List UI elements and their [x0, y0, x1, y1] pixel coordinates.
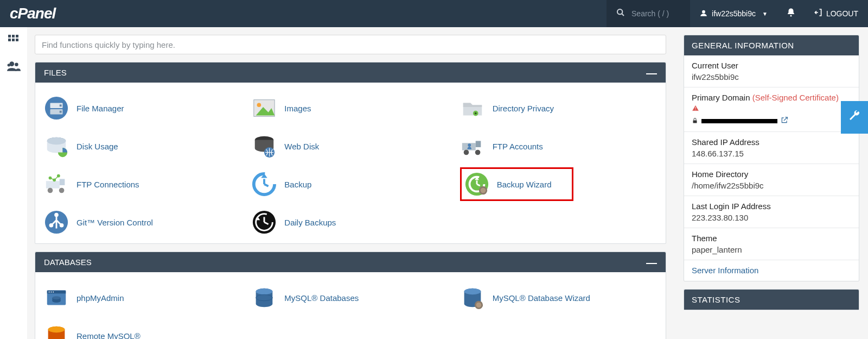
- app-label: Backup Wizard: [497, 180, 552, 189]
- collapse-icon[interactable]: —: [646, 70, 657, 76]
- phpmyadmin-icon: [44, 285, 69, 310]
- svg-point-22: [474, 112, 476, 115]
- backup-wizard-icon: [464, 172, 489, 197]
- caret-down-icon: ▼: [762, 11, 768, 17]
- app-label: FTP Connections: [76, 180, 139, 189]
- logout-icon: [814, 8, 823, 19]
- ftp-accounts-icon: [460, 134, 485, 159]
- remote-mysql-app[interactable]: Remote MySQL®: [44, 319, 241, 339]
- row-label: Primary Domain (Self-Signed Certificate): [692, 93, 851, 102]
- svg-rect-4: [8, 35, 11, 37]
- backup-wizard-app[interactable]: Backup Wizard: [460, 167, 573, 201]
- ftp-connections-app[interactable]: FTP Connections: [44, 167, 241, 201]
- domain-line[interactable]: [692, 116, 851, 126]
- svg-rect-33: [46, 181, 60, 188]
- brand-logo[interactable]: cPanel: [0, 5, 65, 22]
- files-panel-header[interactable]: FILES —: [35, 62, 666, 83]
- lock-icon: [692, 116, 698, 126]
- web-disk-app[interactable]: Web Disk: [252, 129, 449, 163]
- svg-point-36: [59, 188, 65, 193]
- search-icon: [616, 8, 625, 19]
- self-signed-warning: (Self-Signed Certificate): [752, 93, 839, 102]
- svg-rect-79: [693, 121, 697, 123]
- app-label: Remote MySQL®: [76, 331, 141, 340]
- logout-button[interactable]: LOGOUT: [805, 8, 868, 19]
- user-menu[interactable]: ifw22s5bbi9c ▼: [690, 9, 777, 18]
- svg-point-64: [49, 292, 50, 293]
- svg-rect-5: [12, 35, 15, 37]
- mysql-wizard-icon: [460, 285, 485, 310]
- svg-point-75: [476, 303, 481, 308]
- logout-label: LOGOUT: [826, 9, 858, 18]
- nav-search-input[interactable]: [631, 9, 680, 18]
- databases-panel-title: DATABASES: [44, 258, 92, 267]
- backup-app[interactable]: Backup: [252, 167, 449, 201]
- svg-point-32: [468, 143, 471, 147]
- disk-usage-icon: [44, 134, 69, 159]
- left-rail: [0, 27, 27, 339]
- svg-point-35: [48, 188, 53, 193]
- svg-point-2: [702, 10, 705, 13]
- files-panel-title: FILES: [44, 68, 67, 77]
- right-sidebar: GENERAL INFORMATION Current User ifw22s5…: [675, 27, 868, 339]
- file-manager-app[interactable]: File Manager: [44, 91, 241, 125]
- svg-point-68: [52, 296, 60, 299]
- server-info-link[interactable]: Server Information: [692, 266, 758, 275]
- directory-privacy-app[interactable]: Directory Privacy: [460, 91, 657, 125]
- svg-rect-17: [60, 111, 62, 113]
- home-rail-icon[interactable]: [7, 34, 20, 49]
- row-value: paper_lantern: [692, 245, 851, 254]
- svg-point-11: [15, 63, 18, 67]
- users-rail-icon[interactable]: [7, 59, 21, 76]
- collapse-icon[interactable]: —: [646, 260, 657, 265]
- customize-tab[interactable]: [841, 101, 868, 134]
- databases-panel-header[interactable]: DATABASES —: [35, 252, 666, 272]
- notifications-button[interactable]: [777, 8, 805, 20]
- ftp-accounts-app[interactable]: FTP Accounts: [460, 129, 657, 163]
- images-app[interactable]: Images: [252, 91, 449, 125]
- shared-ip-row: Shared IP Address 148.66.137.15: [684, 132, 859, 164]
- git-app[interactable]: Git™ Version Control: [44, 205, 241, 239]
- main-content: FILES — File Manager Images: [27, 27, 675, 339]
- top-navbar: cPanel ifw22s5bbi9c ▼ LOGOUT: [0, 0, 868, 27]
- row-label: Theme: [692, 234, 851, 243]
- server-info-row[interactable]: Server Information: [684, 260, 859, 281]
- statistics-panel: STATISTICS: [684, 289, 859, 310]
- svg-rect-29: [475, 141, 481, 147]
- row-label: Last Login IP Address: [692, 202, 851, 211]
- git-icon: [44, 210, 69, 235]
- svg-point-0: [617, 9, 622, 14]
- warning-icon: [692, 104, 851, 114]
- svg-point-56: [60, 223, 64, 228]
- statistics-header: STATISTICS: [684, 290, 859, 310]
- svg-rect-63: [47, 291, 66, 294]
- app-label: Images: [284, 104, 311, 113]
- app-label: Daily Backups: [284, 218, 336, 227]
- daily-backups-icon: [252, 210, 277, 235]
- daily-backups-app[interactable]: Daily Backups: [252, 205, 449, 239]
- svg-point-12: [8, 64, 10, 66]
- row-value: ifw22s5bbi9c: [692, 72, 851, 81]
- mysql-wizard-app[interactable]: MySQL® Database Wizard: [460, 281, 657, 315]
- svg-point-3: [790, 15, 792, 16]
- ftp-connections-icon: [44, 172, 69, 197]
- row-label: Shared IP Address: [692, 137, 851, 147]
- app-label: Backup: [284, 180, 311, 189]
- function-search-input[interactable]: [35, 35, 666, 54]
- disk-usage-app[interactable]: Disk Usage: [44, 129, 241, 163]
- svg-point-66: [53, 292, 54, 293]
- nav-search-wrap[interactable]: [607, 0, 690, 27]
- row-label: Current User: [692, 61, 851, 70]
- mysql-databases-app[interactable]: MySQL® Databases: [252, 281, 449, 315]
- wrench-icon: [848, 109, 861, 125]
- svg-rect-6: [16, 35, 18, 37]
- row-value: 148.66.137.15: [692, 149, 851, 158]
- directory-privacy-icon: [460, 96, 485, 121]
- svg-rect-7: [8, 39, 11, 41]
- svg-point-54: [54, 213, 59, 217]
- phpmyadmin-app[interactable]: phpMyAdmin: [44, 281, 241, 315]
- svg-line-1: [622, 14, 624, 16]
- svg-point-70: [256, 288, 273, 295]
- backup-icon: [252, 172, 277, 197]
- external-link-icon[interactable]: [781, 116, 788, 126]
